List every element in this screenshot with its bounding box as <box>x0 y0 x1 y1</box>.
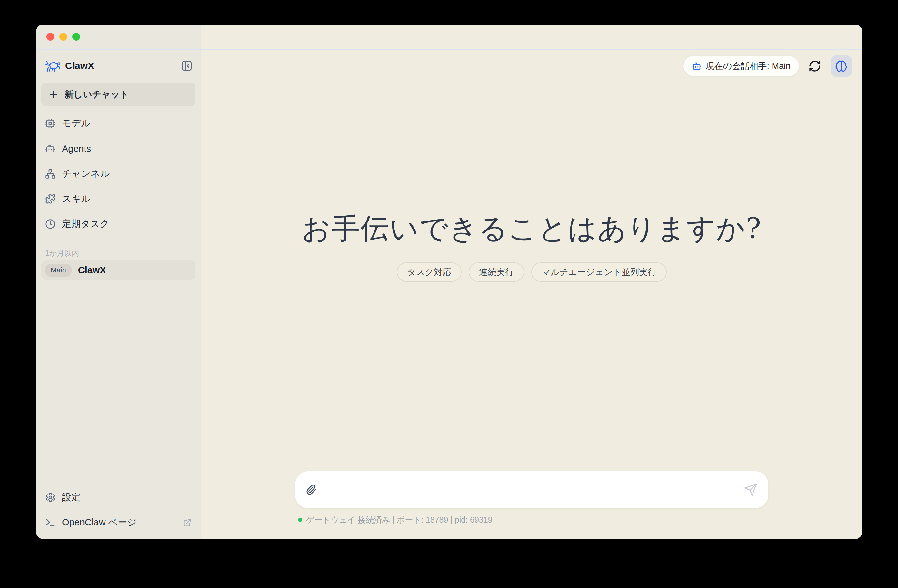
app-title: ClawX <box>65 60 176 71</box>
refresh-icon <box>808 60 821 72</box>
sidebar-item-agents[interactable]: Agents <box>41 136 195 161</box>
cpu-icon <box>45 118 55 129</box>
gear-icon <box>45 492 55 503</box>
robot-icon <box>692 61 701 71</box>
refresh-button[interactable] <box>807 59 822 74</box>
sidebar-item-label: モデル <box>62 117 192 130</box>
sidebar-header: ClawX <box>45 57 193 74</box>
conversation-partner-label: 現在の会話相手: Main <box>706 60 790 72</box>
chat-history-title: ClawX <box>78 265 106 276</box>
sidebar-item-openclaw-page[interactable]: OpenClaw ページ <box>41 510 195 535</box>
sidebar-nav: モデル Agents <box>41 111 195 236</box>
suggestion-pills: タスク対応 連続実行 マルチエージェント並列実行 <box>201 263 862 282</box>
sidebar-item-label: 定期タスク <box>62 218 192 230</box>
gateway-status-text: ゲートウェイ 接続済み | ポート: 18789 | pid: 69319 <box>306 514 492 525</box>
suggestion-pill-task-support[interactable]: タスク対応 <box>397 263 461 282</box>
lobster-icon <box>45 58 61 74</box>
send-icon <box>744 483 757 496</box>
sidebar-item-label: 設定 <box>62 491 192 504</box>
sidebar-item-channels[interactable]: チャンネル <box>41 161 195 186</box>
top-controls: 現在の会話相手: Main <box>684 55 852 77</box>
terminal-icon <box>45 517 55 528</box>
panel-left-close-icon[interactable] <box>181 60 193 72</box>
conversation-partner-badge[interactable]: 現在の会話相手: Main <box>684 56 799 76</box>
new-chat-button[interactable]: 新しいチャット <box>41 83 195 106</box>
plus-icon <box>48 89 59 100</box>
sidebar-item-settings[interactable]: 設定 <box>41 485 195 510</box>
sidebar-item-skills[interactable]: スキル <box>41 186 195 212</box>
minimize-button[interactable] <box>59 33 67 41</box>
welcome-heading: お手伝いできることはありますか? <box>201 210 862 248</box>
new-chat-label: 新しいチャット <box>65 88 129 101</box>
sidebar: ClawX 新しいチャット <box>36 50 201 539</box>
suggestion-pill-continuous-run[interactable]: 連続実行 <box>469 263 524 282</box>
history-section-label: 1か月以内 <box>45 248 195 258</box>
send-button[interactable] <box>744 483 757 496</box>
gateway-status-bar: ゲートウェイ 接続済み | ポート: 18789 | pid: 69319 <box>298 514 492 525</box>
traffic-lights <box>46 33 80 41</box>
puzzle-icon <box>45 194 55 204</box>
sidebar-item-scheduled-tasks[interactable]: 定期タスク <box>41 212 195 236</box>
robot-icon <box>45 143 55 154</box>
fullscreen-button[interactable] <box>72 33 80 41</box>
paperclip-icon <box>306 484 317 495</box>
main-agent-badge: Main <box>45 264 72 276</box>
external-link-icon <box>183 518 192 527</box>
sidebar-item-label: OpenClaw ページ <box>62 516 177 529</box>
memory-button[interactable] <box>830 55 852 77</box>
clock-icon <box>45 219 55 229</box>
brain-icon <box>835 60 847 72</box>
sidebar-item-label: スキル <box>62 192 192 205</box>
window-body: ClawX 新しいチャット <box>36 50 862 539</box>
close-button[interactable] <box>46 33 54 41</box>
suggestion-pill-multi-agent[interactable]: マルチエージェント並列実行 <box>531 263 667 282</box>
sidebar-item-label: チャンネル <box>62 167 192 180</box>
sidebar-item-models[interactable]: モデル <box>41 111 195 136</box>
sidebar-item-label: Agents <box>62 143 192 154</box>
network-icon <box>45 169 55 179</box>
chat-history-item[interactable]: Main ClawX <box>41 260 195 280</box>
app-window: ClawX 新しいチャット <box>36 25 862 539</box>
message-input[interactable] <box>324 471 737 508</box>
attach-button[interactable] <box>306 484 317 495</box>
titlebar <box>36 25 862 50</box>
sidebar-spacer <box>41 280 195 485</box>
status-dot-icon <box>298 518 302 522</box>
composer <box>295 471 768 508</box>
main-area: 現在の会話相手: Main お手伝いできることはありますか? <box>201 50 862 539</box>
